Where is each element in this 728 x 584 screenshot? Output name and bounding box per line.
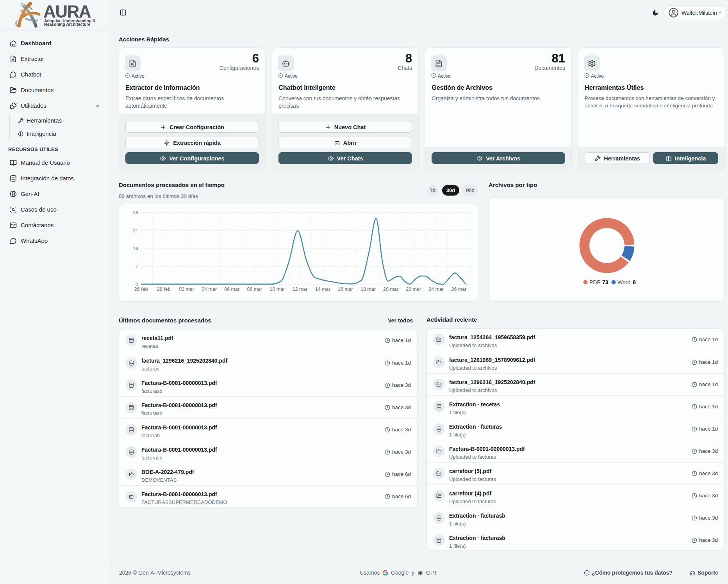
svg-text:14: 14 <box>133 246 138 251</box>
svg-text:08 mar: 08 mar <box>247 287 262 292</box>
svg-text:06 mar: 06 mar <box>224 287 239 292</box>
svg-text:8: 8 <box>633 279 636 285</box>
svg-text:16 mar: 16 mar <box>338 287 353 292</box>
svg-text:18 mar: 18 mar <box>360 287 376 292</box>
svg-text:14 mar: 14 mar <box>315 287 330 292</box>
svg-text:26 mar: 26 mar <box>451 287 466 292</box>
svg-text:20 mar: 20 mar <box>383 287 398 292</box>
svg-text:26 feb: 26 feb <box>134 287 148 292</box>
svg-text:Word: Word <box>617 279 630 285</box>
svg-text:24 mar: 24 mar <box>428 287 444 292</box>
svg-text:PDF: PDF <box>589 279 600 285</box>
svg-text:12 mar: 12 mar <box>293 287 308 292</box>
svg-text:7: 7 <box>136 264 138 269</box>
svg-text:21: 21 <box>133 228 138 233</box>
svg-text:10 mar: 10 mar <box>269 287 285 292</box>
svg-text:28 feb: 28 feb <box>157 287 171 292</box>
svg-text:04 mar: 04 mar <box>202 287 217 292</box>
svg-text:02 mar: 02 mar <box>179 287 194 292</box>
svg-text:73: 73 <box>602 279 608 285</box>
svg-text:28: 28 <box>133 210 138 215</box>
svg-text:22 mar: 22 mar <box>406 287 421 292</box>
